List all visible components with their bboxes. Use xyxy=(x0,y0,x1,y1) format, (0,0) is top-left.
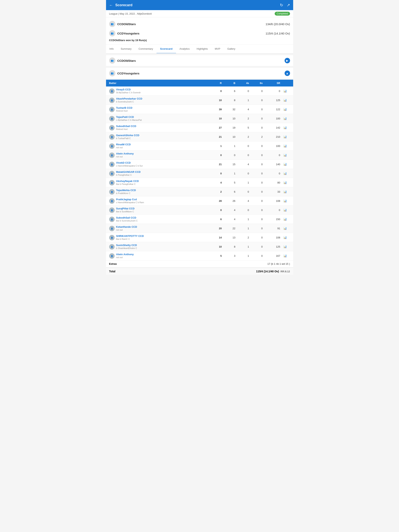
team1-expand-icon[interactable]: ▶ xyxy=(285,58,290,63)
batter-name[interactable]: SuvinShetty CCD xyxy=(116,244,137,247)
stat-fours: 0 xyxy=(235,209,249,212)
stat-sr: 0 xyxy=(263,90,280,93)
batter-name[interactable]: KetanHande CCD xyxy=(116,225,137,228)
stat-runs: 0 xyxy=(208,90,222,93)
stat-balls: 19 xyxy=(222,126,235,129)
stat-balls: 10 xyxy=(222,135,235,138)
back-button[interactable]: ← xyxy=(109,3,113,7)
stat-sixes: 0 xyxy=(249,218,263,221)
stat-sixes: 0 xyxy=(249,126,263,129)
chart-icon[interactable]: 📊 xyxy=(280,218,290,221)
batter-dismissal: not out xyxy=(116,146,131,149)
stat-runs: 21 xyxy=(208,163,222,166)
teams-section: 👥 CCDOldStars 134/6 (20.0/40 Ov) 👥 CCDYo… xyxy=(106,17,293,44)
chart-icon[interactable]: 📊 xyxy=(280,117,290,120)
stat-sixes: 0 xyxy=(249,181,263,184)
batter-avatar: 👤 xyxy=(109,189,115,195)
team2-accordion-toggle[interactable]: 👥 CCDYoungsters ▲ xyxy=(106,68,293,79)
chart-icon[interactable]: 📊 xyxy=(280,135,290,138)
chart-icon[interactable]: 📊 xyxy=(280,236,290,239)
stat-balls: 6 xyxy=(222,90,235,93)
chart-icon[interactable]: 📊 xyxy=(280,172,290,175)
chart-icon[interactable]: 📊 xyxy=(280,209,290,212)
team2-score: 115/4 (14.1/40 Ov) xyxy=(265,32,290,35)
share-icon[interactable]: ↗ xyxy=(287,3,290,7)
batter-dismissal: c AjitJadhav C b ManavPat xyxy=(116,119,142,121)
team1-name: CCDOldStars xyxy=(117,22,136,26)
batter-name[interactable]: MalakGANGAR CCD xyxy=(116,171,141,173)
chart-icon[interactable]: 📊 xyxy=(280,99,290,102)
batter-name[interactable]: SubodhSail CCD xyxy=(116,125,136,128)
stat-sixes: 0 xyxy=(249,163,263,166)
batter-info: 👤 AkashPendarkar CCD b SurendraJoshi C xyxy=(109,97,208,103)
batter-name[interactable]: PratikJagtap Ccd xyxy=(116,198,144,201)
chart-icon[interactable]: 📊 xyxy=(280,126,290,129)
stat-balls: 32 xyxy=(222,108,235,111)
stat-sixes: 0 xyxy=(249,145,263,147)
batter-name[interactable]: SHRIKANTPOTTY CCD xyxy=(116,234,144,237)
team1-accordion-toggle[interactable]: 👥 CCDOldStars ▶ xyxy=(106,55,293,66)
batter-name[interactable]: TejasPatil CCD xyxy=(116,115,142,118)
tab-gallery[interactable]: Gallery xyxy=(224,44,239,54)
batter-name[interactable]: TusharB CCD xyxy=(116,106,133,109)
batter-name[interactable]: GaneshShirke CCD xyxy=(116,134,139,137)
stat-fours: 5 xyxy=(235,126,249,129)
stat-sr: 108 xyxy=(263,199,280,203)
chart-icon[interactable]: 📊 xyxy=(280,89,290,93)
batter-avatar: 👤 xyxy=(109,116,115,121)
stat-sixes: 0 xyxy=(249,190,263,193)
chart-icon[interactable]: 📊 xyxy=(280,190,290,193)
stat-runs: 10 xyxy=(208,99,222,102)
chart-icon[interactable]: 📊 xyxy=(280,163,290,166)
chart-icon[interactable]: 📊 xyxy=(280,254,290,257)
batter-name[interactable]: TejasMehta CCD xyxy=(116,189,136,192)
tab-commentary[interactable]: Commentary xyxy=(135,44,156,54)
table-row: 👤 SubodhSail CCD Retired Hurt 27 19 5 0 … xyxy=(106,123,293,132)
col-6s: 6s xyxy=(249,82,263,85)
batter-name[interactable]: VinayS CCD xyxy=(116,88,141,91)
chart-icon[interactable]: 📊 xyxy=(280,181,290,184)
batter-info: 👤 VinayS CCD St AjitJadhav C b Surendr xyxy=(109,88,208,94)
table-row: 👤 AkashPendarkar CCD b SurendraJoshi C 1… xyxy=(106,96,293,105)
batter-name[interactable]: RinatM CCD xyxy=(116,143,131,146)
batter-avatar: 👤 xyxy=(109,134,115,140)
match-info-text: League | May 15, 2022 , NiljeDombivli xyxy=(109,12,152,15)
batter-name[interactable]: AkashPendarkar CCD xyxy=(116,97,142,100)
tab-highlights[interactable]: Highlights xyxy=(193,44,211,54)
stat-balls: 13 xyxy=(222,236,235,239)
chart-icon[interactable]: 📊 xyxy=(280,199,290,203)
stat-sixes: 0 xyxy=(249,254,263,257)
header-actions: ↻ ↗ xyxy=(280,3,290,7)
team2-collapse-icon[interactable]: ▲ xyxy=(285,70,290,76)
batter-name[interactable]: VivekD CCD xyxy=(116,161,143,164)
batter-name[interactable]: Alwin Anthony xyxy=(116,152,134,155)
stat-sr: 210 xyxy=(263,135,280,138)
batter-info: 👤 AkshayNayak CCD lbw b ParagKelkar C xyxy=(109,180,208,185)
batter-info: 👤 TejasMehta CCD b PratikMore C xyxy=(109,189,208,195)
chart-icon[interactable]: 📊 xyxy=(280,153,290,157)
refresh-icon[interactable]: ↻ xyxy=(280,3,283,7)
chart-icon[interactable]: 📊 xyxy=(280,108,290,111)
stat-runs: 6 xyxy=(208,218,222,221)
chart-icon[interactable]: 📊 xyxy=(280,245,290,248)
batter-name[interactable]: SurajPillai CCD xyxy=(116,207,135,210)
chart-icon[interactable]: 📊 xyxy=(280,144,290,147)
tab-analytics[interactable]: Analytics xyxy=(176,44,193,54)
batter-name[interactable]: Alwin Anthony xyxy=(116,253,134,256)
tab-summary[interactable]: Summary xyxy=(117,44,135,54)
batter-name[interactable]: SubodhSail CCD xyxy=(116,216,138,219)
extras-label: Extras xyxy=(109,262,267,265)
chart-icon[interactable]: 📊 xyxy=(280,227,290,230)
stat-fours: 1 xyxy=(235,245,249,248)
tab-mvp[interactable]: MVP xyxy=(211,44,224,54)
batter-avatar: 👤 xyxy=(109,253,115,259)
batter-name[interactable]: AkshayNayak CCD xyxy=(116,180,139,183)
stat-fours: 1 xyxy=(235,254,249,257)
batter-info: 👤 GaneshShirke CCD b TusharPatil C xyxy=(109,134,208,140)
batter-dismissal: lbw b SurendraJoshi C xyxy=(116,220,138,222)
tab-scorecard[interactable]: Scorecard xyxy=(156,44,176,54)
stat-balls: 6 xyxy=(222,190,235,193)
table-row: 👤 TejasPatil CCD c AjitJadhav C b ManavP… xyxy=(106,114,293,123)
tab-info[interactable]: Info xyxy=(106,44,117,54)
batter-dismissal: b PratikMore C xyxy=(116,192,136,194)
